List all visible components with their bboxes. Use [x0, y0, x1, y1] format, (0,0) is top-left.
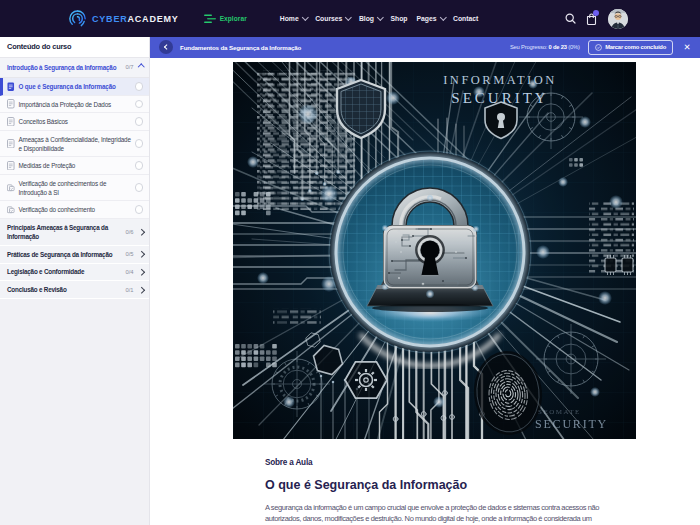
section-principais-ameacas[interactable]: Principais Ameaças à Segurança da Inform… — [0, 219, 149, 246]
fingerprint-logo-icon — [66, 7, 89, 30]
lesson-item-conceitos[interactable]: Conceitos Básicos — [0, 113, 149, 131]
brand-text: CYBERACADEMY — [92, 14, 179, 24]
hero-image-svg: INFORMATION SECURITY SEOMATE SECURITY — [233, 62, 636, 439]
lesson-radio — [135, 161, 144, 170]
nav-item-pages[interactable]: Pages — [417, 15, 445, 22]
section-introducao[interactable]: Introdução à Segurança da Informação 0/7 — [0, 58, 149, 79]
lesson-content: INFORMATION SECURITY SEOMATE SECURITY So… — [150, 58, 700, 525]
lesson-doc-icon — [7, 139, 15, 149]
brand-name-academy: ACADEMY — [128, 14, 179, 24]
section-progress: 0/6 — [125, 229, 133, 235]
lesson-paragraph: A segurança da informação é um campo cru… — [265, 502, 602, 525]
section-conclusao[interactable]: Conclusão e Revisão 0/1 — [0, 281, 149, 299]
lesson-list: O que é Segurança da Informação Importân… — [0, 78, 149, 219]
lesson-title: Fundamentos da Segurança da Informação — [180, 44, 301, 51]
lesson-doc-icon — [7, 82, 15, 92]
chevron-right-icon — [138, 287, 144, 293]
chevron-down-icon — [302, 14, 308, 20]
magnifier-icon — [565, 13, 576, 24]
section-legislacao[interactable]: Legislação e Conformidade 0/4 — [0, 264, 149, 282]
lesson-radio — [135, 205, 144, 214]
cart-icon[interactable] — [586, 13, 597, 25]
sidebar-empty-area — [0, 299, 149, 525]
hero-title-line2: SECURITY — [451, 90, 548, 106]
close-button[interactable]: ✕ — [681, 42, 693, 52]
lesson-item-o-que-e[interactable]: O que é Segurança da Informação — [0, 78, 149, 96]
lesson-item-verificacao[interactable]: Verificação do conhecimento — [0, 201, 149, 219]
chevron-down-icon — [346, 14, 352, 20]
user-avatar[interactable] — [608, 9, 628, 29]
about-label: Sobre a Aula — [265, 458, 610, 467]
lesson-bar-right: Seu Progresso: 0 de 23 (0%) Marcar como … — [510, 40, 700, 55]
progress-text: Seu Progresso: 0 de 23 (0%) — [510, 44, 580, 50]
section-progress: 0/4 — [125, 269, 133, 275]
lesson-heading: O que é Segurança da Informação — [265, 478, 610, 492]
nav-item-home[interactable]: Home — [280, 15, 306, 22]
lesson-item-medidas[interactable]: Medidas de Proteção — [0, 157, 149, 175]
header-icons — [565, 9, 628, 29]
nav-item-shop[interactable]: Shop — [391, 15, 408, 22]
lesson-doc-icon — [7, 161, 15, 171]
section-progress: 0/5 — [125, 251, 133, 257]
chevron-right-icon — [138, 251, 144, 257]
lesson-text-block: Sobre a Aula O que é Segurança da Inform… — [265, 458, 610, 525]
quiz-icon — [7, 183, 15, 193]
chevron-down-icon — [377, 14, 383, 20]
main-nav: Home Courses Blog Shop Pages Contact — [280, 15, 488, 22]
explore-label: Explorar — [220, 15, 247, 22]
cart-badge-dot — [593, 10, 599, 16]
lesson-item-ameacas[interactable]: Ameaças à Confidencialidade, Integridade… — [0, 131, 149, 157]
chevron-right-icon — [138, 229, 144, 235]
nav-item-contact[interactable]: Contact — [453, 15, 478, 22]
quiz-icon — [7, 205, 15, 215]
sidebar-title: Conteúdo do curso — [0, 37, 149, 58]
nav-item-blog[interactable]: Blog — [359, 15, 382, 22]
lesson-item-verificacao-intro[interactable]: Verificação de conhecimentos de Introduç… — [0, 175, 149, 201]
chevron-left-icon — [164, 44, 170, 50]
categories-icon — [204, 14, 216, 24]
course-content-sidebar: Conteúdo do curso Introdução à Segurança… — [0, 37, 150, 525]
search-icon[interactable] — [565, 13, 576, 24]
lesson-radio — [135, 183, 144, 192]
section-praticas[interactable]: Práticas de Segurança da Informação 0/5 — [0, 246, 149, 264]
hero-watermark: SECURITY — [535, 417, 608, 431]
chevron-up-icon — [138, 64, 144, 70]
avatar-photo — [608, 9, 628, 29]
lesson-radio — [135, 100, 144, 109]
brand-logo[interactable]: CYBERACADEMY — [66, 7, 179, 30]
lesson-hero-image: INFORMATION SECURITY SEOMATE SECURITY — [233, 62, 636, 439]
lesson-item-importancia[interactable]: Importância da Proteção de Dados — [0, 96, 149, 114]
section-progress: 0/7 — [125, 64, 133, 70]
hero-title-line1: INFORMATION — [443, 73, 557, 87]
top-navigation-bar: CYBERACADEMY Explorar Home Courses Blog … — [0, 0, 700, 37]
nav-item-courses[interactable]: Courses — [315, 15, 350, 22]
lesson-radio — [135, 82, 144, 91]
explore-button[interactable]: Explorar — [204, 14, 247, 24]
lesson-main-panel: Fundamentos da Segurança da Informação S… — [150, 37, 700, 525]
lesson-radio — [135, 139, 144, 148]
check-circle-icon — [595, 44, 602, 51]
brand-name-cyber: CYBER — [92, 14, 128, 24]
hero-watermark-small: SEOMATE — [538, 408, 581, 416]
lesson-top-bar: Fundamentos da Segurança da Informação S… — [150, 37, 700, 58]
mark-complete-button[interactable]: Marcar como concluído — [588, 40, 673, 55]
lesson-radio — [135, 117, 144, 126]
lesson-doc-icon — [7, 117, 15, 127]
section-progress: 0/1 — [125, 287, 133, 293]
chevron-right-icon — [138, 269, 144, 275]
back-button[interactable] — [159, 40, 173, 54]
lesson-doc-icon — [7, 99, 15, 109]
chevron-down-icon — [440, 14, 446, 20]
